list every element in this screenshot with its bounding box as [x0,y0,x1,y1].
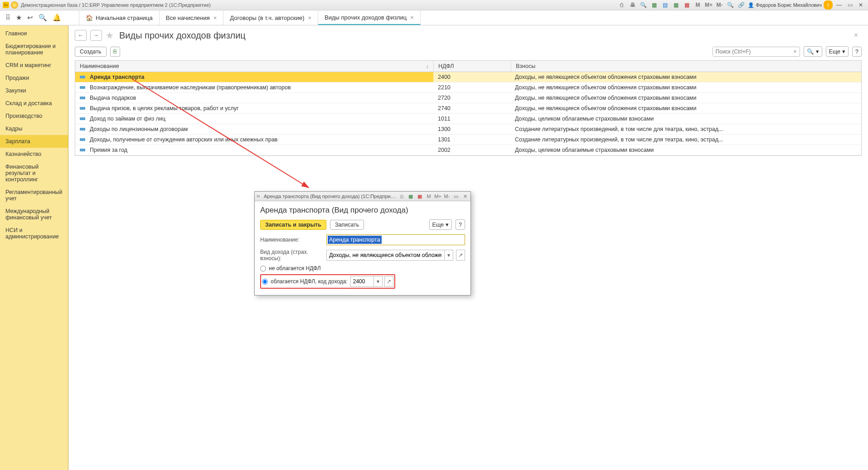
sidebar-item-budgeting[interactable]: Бюджетирование и планирование [0,40,68,59]
open-ref-icon[interactable]: ↗ [384,276,393,287]
table-row[interactable]: Вознаграждение, выплачиваемое наследника… [75,82,861,93]
dialog-titlebar[interactable]: 1c Аренда транспорта (Вид прочего дохода… [255,192,470,201]
dialog-more-button[interactable]: Еще▾ [429,219,452,230]
sidebar-item-purchases[interactable]: Закупки [0,84,68,97]
nav-forward-button[interactable]: → [90,30,102,41]
calendar-icon[interactable]: ▦ [683,0,692,10]
search-input[interactable] [713,47,791,56]
print-preview-icon[interactable]: ⎙ [617,0,626,10]
dialog-logo-icon: 1c [257,194,262,199]
close-icon[interactable]: × [308,15,312,21]
zoom-icon[interactable]: 🔍 [726,0,735,10]
row-icon [80,97,85,99]
sidebar-item-sales[interactable]: Продажи [0,72,68,84]
sidebar-item-warehouse[interactable]: Склад и доставка [0,97,68,110]
minimize-icon[interactable]: — [834,0,844,10]
calc-icon[interactable]: ▦ [650,0,659,10]
print-icon[interactable]: 🖶 [628,0,637,10]
tab-home[interactable]: 🏠 Начальная страница [79,10,160,25]
favorite-toggle-icon[interactable]: ★ [106,30,114,41]
sidebar-item-crm[interactable]: CRM и маркетинг [0,59,68,72]
close-icon[interactable]: × [410,14,414,21]
sidebar-item-regaccounting[interactable]: Регламентированный учет [0,186,68,205]
tab-contracts[interactable]: Договоры (в т.ч. авторские) × [223,10,318,25]
sidebar-item-production[interactable]: Производство [0,110,68,122]
radio-ndfl-input[interactable] [262,279,268,285]
sidebar-item-finresult[interactable]: Финансовый результат и контроллинг [0,160,68,186]
open-ref-icon[interactable]: ↗ [456,250,465,261]
name-input[interactable]: Аренда транспорта [328,236,382,244]
sidebar-item-treasury[interactable]: Казначейство [0,148,68,160]
table-row[interactable]: Аренда транспорта 2400 Доходы, не являющ… [75,72,861,82]
sidebar-item-hr[interactable]: Кадры [0,122,68,135]
apps-icon[interactable]: ⠿ [5,14,10,22]
copy-button[interactable]: ⎘ [110,47,120,57]
notes-icon[interactable]: ▤ [661,0,670,10]
table-row[interactable]: Премия за год 2002 Доходы, целиком облаг… [75,145,861,155]
help-button[interactable]: ? [852,47,862,57]
table-row[interactable]: Доходы, полученные от отчуждения авторск… [75,135,861,145]
table-row[interactable]: Доходы по лицензионным договорам 1300 Со… [75,124,861,135]
maximize-dialog-icon[interactable]: ▭ [452,194,460,199]
calendar-icon[interactable]: ▦ [416,194,423,199]
save-close-button[interactable]: Записать и закрыть [260,220,326,230]
m-plus-icon[interactable]: M+ [704,0,713,10]
m-plus-icon[interactable]: M+ [434,194,441,199]
close-app-icon[interactable]: ✕ [856,0,865,10]
link-icon[interactable]: 🔗 [737,0,746,10]
favorites-icon[interactable]: ★ [16,14,22,22]
more-button[interactable]: Еще▾ [826,46,849,57]
info-icon[interactable]: i [824,0,833,10]
close-icon[interactable]: × [213,15,217,21]
search-field[interactable]: × [713,47,800,57]
save-button[interactable]: Записать [330,220,364,230]
radio-no-ndfl[interactable]: не облагается НДФЛ [260,265,465,271]
search-global-icon[interactable]: 🔍 [639,0,648,10]
radio-ndfl-label: облагается НДФЛ, код дохода: [271,278,348,285]
tab-other-income-types[interactable]: Виды прочих доходов физлиц × [318,10,421,25]
history-icon[interactable]: ↩ [27,14,33,22]
dialog-help-button[interactable]: ? [456,219,465,230]
create-button[interactable]: Создать [75,47,107,57]
sidebar-item-nsi[interactable]: НСИ и администрирование [0,224,68,243]
m-minus-icon[interactable]: M- [715,0,724,10]
name-input-wrap[interactable]: Аренда транспорта [326,234,465,245]
notifications-icon[interactable]: 🔔 [53,14,61,22]
grid-icon[interactable]: ▦ [407,194,414,199]
clear-search-icon[interactable]: × [791,48,800,55]
col-contrib[interactable]: Взносы [511,61,861,72]
current-user[interactable]: 👤 Федоров Борис Михайлович [748,2,822,8]
sidebar-item-salary[interactable]: Зарплата [0,135,68,148]
radio-ndfl[interactable]: облагается НДФЛ, код дохода: [262,278,348,285]
col-name[interactable]: Наименование↓ [75,61,434,72]
kind-input[interactable] [327,251,444,260]
dialog-title: Аренда транспорта (Вид прочего дохода) [260,206,465,215]
m-icon[interactable]: M [693,0,703,10]
table-row[interactable]: Выдача подарков 2720 Доходы, не являющие… [75,93,861,103]
find-icon[interactable]: 🔍 [39,14,47,22]
toolbar-left: ⠿ ★ ↩ 🔍 🔔 [0,10,79,25]
radio-no-ndfl-input[interactable] [260,266,266,271]
search-go-button[interactable]: 🔍▾ [804,46,822,57]
chevron-down-icon[interactable]: ▾ [444,250,453,260]
table-icon[interactable]: ▦ [672,0,681,10]
table-row[interactable]: Выдача призов, в целях рекламы товаров, … [75,103,861,114]
page-close-icon[interactable]: × [854,31,862,39]
print-icon[interactable]: ⎙ [398,194,405,199]
close-dialog-icon[interactable]: ✕ [461,194,469,199]
col-ndfl[interactable]: НДФЛ [434,61,511,72]
sidebar-item-ifrs[interactable]: Международный финансовый учет [0,205,68,224]
chevron-down-icon: ▾ [446,221,449,228]
nav-back-button[interactable]: ← [75,30,87,41]
app-menu-drop-icon[interactable] [11,1,18,9]
maximize-icon[interactable]: ▭ [845,0,854,10]
table-row[interactable]: Доход по займам от физ лиц 1011 Доходы, … [75,114,861,124]
sidebar-item-main[interactable]: Главное [0,27,68,40]
ndfl-code-combo[interactable]: ▾ [350,276,383,287]
ndfl-code-input[interactable] [351,278,373,285]
tab-all-accruals[interactable]: Все начисления × [160,10,224,25]
kind-combo[interactable]: ▾ [326,250,453,261]
m-icon[interactable]: M [425,194,432,199]
chevron-down-icon[interactable]: ▾ [373,276,382,286]
m-minus-icon[interactable]: M- [443,194,451,199]
